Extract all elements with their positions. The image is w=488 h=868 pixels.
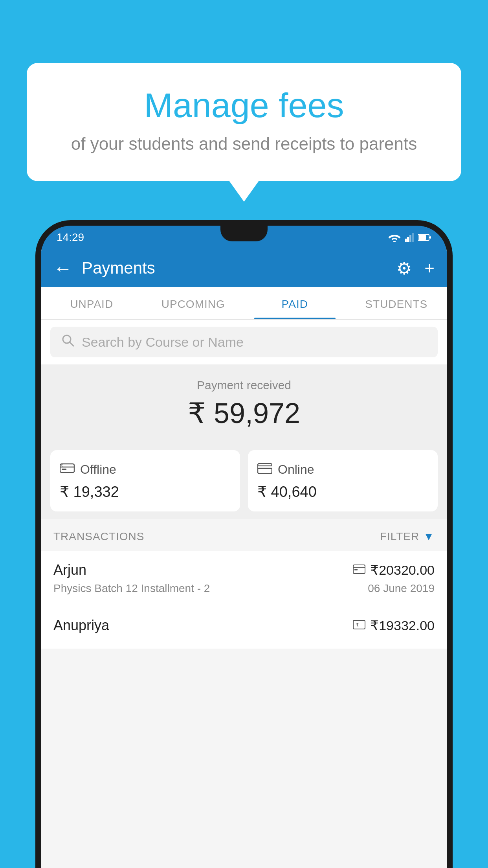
- svg-rect-6: [429, 236, 431, 239]
- app-bar-actions: ⚙ +: [396, 258, 435, 278]
- svg-text:₹: ₹: [356, 622, 359, 628]
- transactions-header: TRANSACTIONS FILTER ▼: [41, 519, 447, 551]
- screen-content: 14:29: [41, 226, 447, 868]
- online-payment-card: Online ₹ 40,640: [248, 450, 438, 511]
- search-container: Search by Course or Name: [41, 320, 447, 364]
- tab-students[interactable]: STUDENTS: [346, 287, 448, 319]
- tab-paid[interactable]: PAID: [244, 287, 346, 319]
- offline-card-header: ₹ Offline: [60, 461, 231, 478]
- transaction-cash-icon: ₹: [353, 619, 365, 632]
- svg-rect-20: [353, 620, 365, 629]
- svg-rect-2: [409, 235, 411, 242]
- settings-icon[interactable]: ⚙: [396, 258, 412, 278]
- svg-rect-0: [405, 239, 407, 242]
- online-amount: ₹ 40,640: [257, 483, 428, 500]
- bubble-subtitle: of your students and send receipts to pa…: [58, 134, 430, 154]
- online-card-header: Online: [257, 461, 428, 478]
- search-placeholder: Search by Course or Name: [82, 335, 244, 350]
- transaction-name-arjun: Arjun: [53, 562, 86, 578]
- payment-received-label: Payment received: [50, 379, 438, 392]
- svg-rect-14: [258, 466, 272, 469]
- tab-upcoming[interactable]: UPCOMING: [143, 287, 244, 319]
- search-bar[interactable]: Search by Course or Name: [50, 327, 438, 357]
- speech-bubble-container: Manage fees of your students and send re…: [27, 63, 461, 181]
- wifi-icon: [388, 233, 401, 242]
- svg-rect-5: [419, 235, 426, 240]
- payment-received-section: Payment received ₹ 59,972: [41, 364, 447, 442]
- offline-payment-card: ₹ Offline ₹ 19,332: [50, 450, 240, 511]
- signal-icon: [405, 233, 414, 242]
- svg-text:₹: ₹: [61, 464, 63, 467]
- status-icons: [388, 233, 431, 242]
- phone-notch: [220, 226, 268, 241]
- battery-icon: [418, 234, 431, 241]
- add-icon[interactable]: +: [424, 258, 435, 278]
- svg-rect-11: [62, 469, 66, 470]
- transaction-row-arjun[interactable]: Arjun ₹20320.00: [41, 551, 447, 606]
- svg-rect-1: [407, 237, 409, 242]
- transaction-amount-anupriya: ₹19332.00: [370, 618, 435, 633]
- svg-line-8: [70, 342, 73, 346]
- payment-cards: ₹ Offline ₹ 19,332: [41, 442, 447, 519]
- transaction-name-anupriya: Anupriya: [53, 617, 109, 634]
- transaction-detail-arjun: Physics Batch 12 Installment - 2: [53, 582, 210, 595]
- phone-inner: 14:29: [41, 226, 447, 868]
- tab-unpaid[interactable]: UNPAID: [41, 287, 143, 319]
- back-button[interactable]: ←: [53, 257, 72, 279]
- svg-rect-3: [412, 233, 414, 242]
- transaction-row-anupriya[interactable]: Anupriya ₹ ₹19332.00: [41, 606, 447, 649]
- tabs: UNPAID UPCOMING PAID STUDENTS: [41, 287, 447, 320]
- online-icon: [257, 461, 272, 478]
- payment-received-amount: ₹ 59,972: [50, 397, 438, 430]
- filter-button[interactable]: FILTER ▼: [380, 530, 435, 543]
- offline-label: Offline: [80, 462, 116, 477]
- transaction-card-icon: [353, 563, 365, 577]
- transaction-date-arjun: 06 June 2019: [368, 582, 435, 595]
- app-screen: ← Payments ⚙ + UNPAID UPCOMING: [41, 249, 447, 868]
- filter-label: FILTER: [380, 530, 419, 543]
- bubble-title: Manage fees: [58, 86, 430, 125]
- offline-amount: ₹ 19,332: [60, 483, 231, 500]
- search-icon: [61, 334, 75, 350]
- filter-icon: ▼: [423, 530, 435, 543]
- app-bar-title: Payments: [82, 259, 396, 278]
- online-label: Online: [278, 462, 314, 477]
- status-time: 14:29: [57, 231, 84, 244]
- phone-mockup: 14:29: [35, 220, 453, 868]
- offline-icon: ₹: [60, 461, 75, 478]
- svg-rect-19: [354, 569, 358, 570]
- speech-bubble: Manage fees of your students and send re…: [27, 63, 461, 181]
- transaction-amount-arjun: ₹20320.00: [370, 562, 435, 578]
- transactions-label: TRANSACTIONS: [53, 530, 144, 543]
- app-bar: ← Payments ⚙ +: [41, 249, 447, 287]
